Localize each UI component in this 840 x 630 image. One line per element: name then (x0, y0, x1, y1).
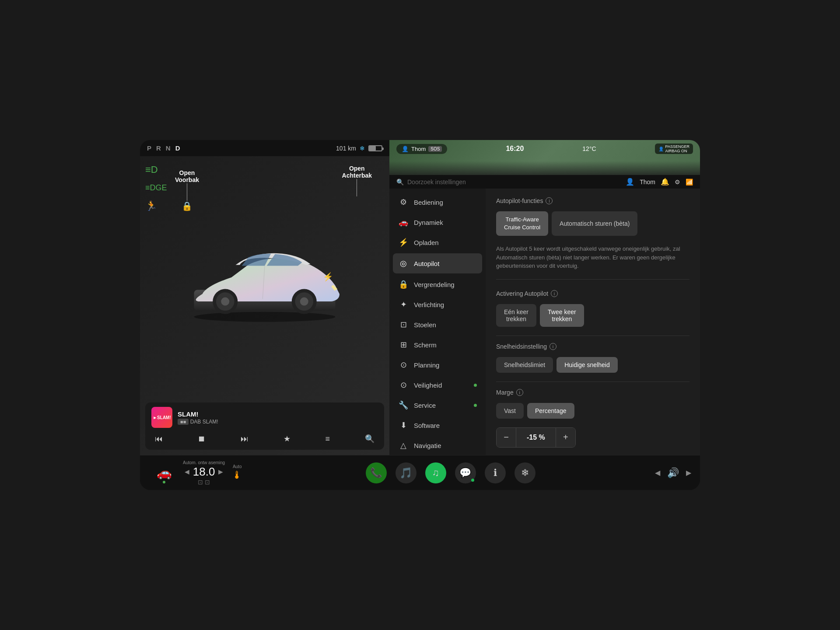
navigatie-label: Navigatie (414, 442, 441, 449)
front-trunk-label[interactable]: Open Voorbak 🔒 (175, 169, 199, 211)
car-icon: 🚗 (157, 466, 172, 480)
twee-keer-btn[interactable]: Twee keer trekken (540, 304, 584, 327)
messages-icon: 💬 (459, 467, 471, 479)
next-button[interactable]: ⏭ (239, 433, 250, 445)
heat-control: Auto 🌡 (232, 464, 242, 481)
activering-info-icon[interactable]: i (551, 290, 558, 297)
sidebar-item-scherm[interactable]: ⊞ Scherm (389, 335, 486, 355)
svg-text:⚡: ⚡ (323, 271, 333, 281)
bluetooth-icon[interactable]: ⚙ (675, 178, 680, 186)
software-label: Software (414, 422, 440, 429)
een-keer-btn[interactable]: Eén keer trekken (496, 304, 536, 327)
snelheid-info-icon[interactable]: i (550, 343, 556, 350)
service-label: Service (414, 402, 436, 409)
d-gear[interactable]: D (175, 144, 182, 152)
music-btn[interactable]: 🎵 (396, 462, 416, 483)
spotify-btn[interactable]: ♫ (425, 462, 446, 483)
sidebar-item-software[interactable]: ⬇ Software (389, 415, 486, 435)
rear-trunk-label[interactable]: Open Achterbak (342, 165, 372, 196)
search-button[interactable]: 🔍 (363, 432, 376, 445)
vast-btn[interactable]: Vast (496, 403, 524, 419)
sidebar-item-bediening[interactable]: ⚙ Bediening (389, 192, 486, 212)
verlichting-label: Verlichting (414, 301, 444, 308)
autopilot-functies-title: Autopilot-functies i (496, 197, 690, 204)
passenger-icon: 👤 (658, 147, 664, 151)
station-name: SLAM! (178, 410, 378, 418)
marge-button-group: Vast Percentage (496, 403, 690, 419)
n-gear[interactable]: N (166, 144, 172, 152)
info-btn[interactable]: ℹ (485, 462, 506, 483)
equalizer-button[interactable]: ≡ (324, 433, 332, 445)
navigatie-icon: △ (398, 441, 409, 450)
range-info: 101 km ❄ (336, 145, 382, 152)
verlichting-icon: ✦ (398, 300, 409, 309)
huidige-snelheid-btn[interactable]: Huidige snelheid (556, 357, 618, 373)
info-icon: ℹ (494, 467, 497, 479)
title-info-icon[interactable]: i (546, 197, 553, 204)
sidebar-item-verlichting[interactable]: ✦ Verlichting (389, 294, 486, 315)
spotify-icon: ♫ (432, 467, 439, 479)
veiligheid-label: Veiligheid (414, 382, 442, 389)
messages-btn[interactable]: 💬 (455, 462, 476, 483)
stoelen-label: Stoelen (414, 321, 436, 329)
opladen-icon: ⚡ (398, 238, 409, 247)
auto-steer-btn[interactable]: Automatisch sturen (bèta) (552, 211, 637, 236)
map-strip: 👤 Thom SOS 16:20 12°C 👤 PASSENGER AIRBAG… (389, 140, 700, 175)
r-gear[interactable]: R (156, 144, 162, 152)
user-icon: 👤 (402, 146, 409, 152)
snelheidslimiet-btn[interactable]: Snelheidslimiet (496, 357, 553, 373)
marge-plus-btn[interactable]: + (556, 428, 575, 447)
phone-btn[interactable]: 📞 (366, 462, 387, 483)
fan-btn[interactable]: ❄ (514, 462, 536, 483)
opladen-label: Opladen (414, 239, 439, 246)
divider-2 (496, 382, 690, 382)
right-arrow[interactable]: ▶ (686, 469, 691, 477)
percentage-btn[interactable]: Percentage (527, 403, 574, 419)
car-home-btn[interactable]: 🚗 (149, 466, 179, 480)
sidebar-item-planning[interactable]: ⊙ Planning (389, 355, 486, 375)
prev-button[interactable]: ⏮ (153, 433, 164, 445)
bediening-label: Bediening (414, 199, 443, 206)
vergrendeling-icon: 🔒 (398, 280, 409, 289)
label-line (187, 183, 187, 201)
user-chip[interactable]: 👤 Thom SOS (396, 144, 447, 154)
temp-right-arrow[interactable]: ▶ (218, 468, 223, 475)
cruise-button-group: Traffic-Aware Cruise Control Automatisch… (496, 211, 690, 236)
scherm-label: Scherm (414, 341, 437, 349)
marge-control: − -15 % + (496, 427, 576, 448)
messages-dot (471, 479, 474, 482)
heat-label: Auto (233, 464, 242, 469)
p-gear[interactable]: P (147, 144, 153, 152)
search-placeholder: Doorzoek instellingen (407, 178, 466, 186)
range-value: 101 km (336, 145, 356, 152)
svg-point-8 (300, 297, 308, 305)
sidebar-item-navigatie[interactable]: △ Navigatie (389, 435, 486, 455)
search-box[interactable]: 🔍 Doorzoek instellingen (396, 178, 528, 186)
temp-value: 18.0 (193, 465, 215, 479)
marge-info-icon[interactable]: i (516, 389, 523, 396)
marge-minus-btn[interactable]: − (497, 428, 516, 447)
software-icon: ⬇ (398, 420, 409, 430)
bell-icon[interactable]: 🔔 (661, 178, 669, 186)
sidebar-item-vergrendeling[interactable]: 🔒 Vergrendeling (389, 274, 486, 294)
settings-content: Autopilot-functies i Traffic-Aware Cruis… (486, 189, 700, 455)
stop-button[interactable]: ⏹ (196, 433, 207, 445)
favorite-button[interactable]: ★ (282, 432, 292, 445)
settings-sidebar: ⚙ Bediening 🚗 Dynamiek ⚡ Opladen ◎ Autop… (389, 189, 486, 455)
sidebar-item-veiligheid[interactable]: ⊙ Veiligheid (389, 375, 486, 395)
sidebar-item-stoelen[interactable]: ⊡ Stoelen (389, 315, 486, 335)
sidebar-item-dynamiek[interactable]: 🚗 Dynamiek (389, 212, 486, 232)
right-panel: 👤 Thom SOS 16:20 12°C 👤 PASSENGER AIRBAG… (389, 140, 700, 455)
temp-left-arrow[interactable]: ◀ (185, 468, 189, 475)
volume-icon[interactable]: 🔊 (667, 467, 679, 479)
left-top-bar: P R N D 101 km ❄ (140, 140, 389, 156)
left-arrow[interactable]: ◀ (655, 469, 660, 477)
sidebar-item-service[interactable]: 🔧 Service (389, 395, 486, 415)
sidebar-item-autopilot[interactable]: ◎ Autopilot (393, 253, 482, 273)
activering-button-group: Eén keer trekken Twee keer trekken (496, 304, 690, 327)
passenger-badge: 👤 PASSENGER AIRBAG ON (655, 144, 693, 154)
cruise-control-btn[interactable]: Traffic-Aware Cruise Control (496, 211, 548, 236)
sidebar-item-opladen[interactable]: ⚡ Opladen (389, 232, 486, 252)
user-status-icon: 👤 (626, 178, 634, 186)
heat-icon[interactable]: 🌡 (232, 469, 242, 481)
